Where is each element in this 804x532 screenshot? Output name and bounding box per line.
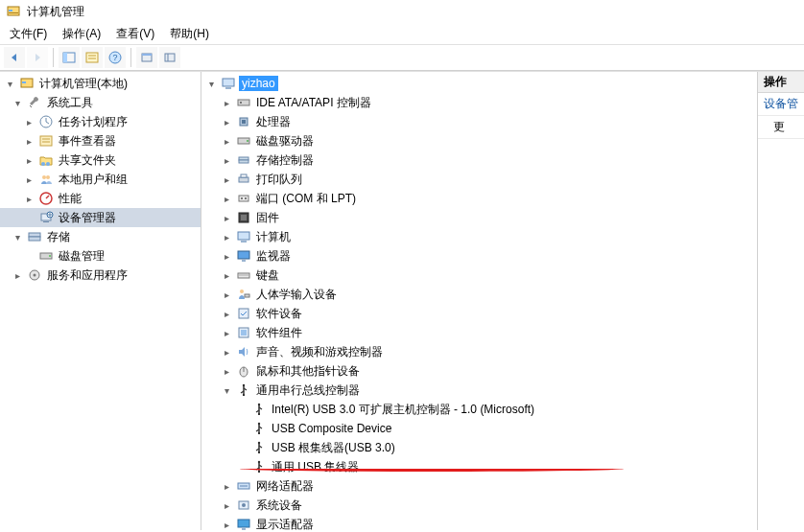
menu-action[interactable]: 操作(A) bbox=[55, 24, 108, 44]
device-software_components[interactable]: ▸软件组件 bbox=[201, 323, 757, 342]
menu-view[interactable]: 查看(V) bbox=[108, 24, 162, 44]
expander-icon[interactable]: ▸ bbox=[220, 500, 233, 511]
device-ide[interactable]: ▸IDE ATA/ATAPI 控制器 bbox=[201, 93, 757, 112]
expander-icon[interactable]: ▸ bbox=[22, 174, 35, 185]
device-monitors[interactable]: ▸监视器 bbox=[201, 246, 757, 266]
disk-icon bbox=[38, 248, 54, 264]
device-usb_intel[interactable]: ▸Intel(R) USB 3.0 可扩展主机控制器 - 1.0 (Micros… bbox=[201, 400, 757, 419]
view-devices-button[interactable] bbox=[136, 47, 157, 68]
menu-file[interactable]: 文件(F) bbox=[2, 24, 55, 44]
device-manager-icon bbox=[38, 210, 54, 225]
device-usb_ctrl[interactable]: ▾通用串行总线控制器 bbox=[201, 381, 757, 400]
expander-icon[interactable]: ▸ bbox=[220, 117, 233, 127]
device-ports[interactable]: ▸端口 (COM 和 LPT) bbox=[201, 189, 757, 208]
device-usb_root_hub[interactable]: ▸USB 根集线器(USB 3.0) bbox=[201, 438, 757, 457]
expander-icon[interactable]: ▸ bbox=[220, 520, 233, 530]
expander-icon[interactable]: ▾ bbox=[11, 98, 24, 108]
svg-rect-61 bbox=[241, 330, 247, 335]
svg-point-64 bbox=[243, 384, 245, 386]
tree-shared-folders[interactable]: ▸ 共享文件夹 bbox=[0, 150, 201, 170]
svg-rect-2 bbox=[9, 12, 18, 13]
expander-icon[interactable]: ▸ bbox=[22, 117, 35, 127]
tree-label: 通用 USB 集线器 bbox=[270, 458, 361, 476]
device-keyboards[interactable]: ▸键盘 bbox=[201, 266, 757, 285]
svg-rect-44 bbox=[239, 177, 248, 182]
expander-icon[interactable]: ▸ bbox=[220, 174, 233, 185]
expander-icon[interactable]: ▸ bbox=[11, 270, 24, 281]
services-icon bbox=[27, 267, 42, 283]
storage-icon bbox=[27, 229, 42, 244]
device-cpu[interactable]: ▸处理器 bbox=[201, 112, 757, 131]
svg-rect-67 bbox=[258, 413, 260, 415]
device-mouse[interactable]: ▸鼠标和其他指针设备 bbox=[201, 361, 757, 381]
expander-icon[interactable]: ▸ bbox=[220, 270, 233, 281]
tree-services-apps[interactable]: ▸ 服务和应用程序 bbox=[0, 266, 201, 285]
tree-label: IDE ATA/ATAPI 控制器 bbox=[254, 94, 373, 112]
device-disk_drives[interactable]: ▸磁盘驱动器 bbox=[201, 131, 757, 150]
expander-icon[interactable]: ▾ bbox=[220, 385, 233, 396]
properties2-button[interactable] bbox=[82, 47, 103, 68]
expander-icon[interactable]: ▸ bbox=[220, 309, 233, 319]
tree-root-computer-management[interactable]: ▾ 计算机管理(本地) bbox=[0, 74, 201, 93]
svg-point-47 bbox=[241, 197, 243, 199]
tree-local-users[interactable]: ▸ 本地用户和组 bbox=[0, 170, 201, 189]
expander-icon[interactable]: ▸ bbox=[220, 347, 233, 358]
usb-icon bbox=[251, 402, 267, 417]
expander-icon[interactable]: ▸ bbox=[220, 98, 233, 108]
expander-icon[interactable]: ▸ bbox=[220, 213, 233, 223]
svg-rect-45 bbox=[241, 174, 247, 177]
expander-icon[interactable]: ▾ bbox=[204, 79, 218, 89]
tree-device-manager[interactable]: ▸ 设备管理器 bbox=[0, 208, 201, 227]
device-display[interactable]: ▸显示适配器 bbox=[201, 515, 757, 530]
tree-label: 系统工具 bbox=[45, 94, 95, 112]
expander-icon[interactable]: ▾ bbox=[11, 232, 24, 243]
device-usb_hub[interactable]: ▸通用 USB 集线器 bbox=[201, 457, 757, 476]
show-hide-tree-button[interactable] bbox=[59, 47, 80, 68]
tree-label: 性能 bbox=[57, 190, 83, 208]
back-button[interactable] bbox=[4, 47, 25, 68]
svg-rect-73 bbox=[258, 471, 260, 473]
tree-event-viewer[interactable]: ▸ 事件查看器 bbox=[0, 131, 201, 150]
expander-icon[interactable]: ▸ bbox=[22, 136, 35, 147]
device-firmware[interactable]: ▸固件 bbox=[201, 208, 757, 227]
expander-icon[interactable]: ▸ bbox=[220, 366, 233, 377]
svg-rect-58 bbox=[245, 294, 249, 297]
device-root-computer[interactable]: ▾ yizhao bbox=[201, 74, 757, 93]
expander-icon[interactable]: ▸ bbox=[220, 289, 233, 300]
device-tree-pane: ▾ yizhao ▸IDE ATA/ATAPI 控制器▸处理器▸磁盘驱动器▸存储… bbox=[201, 72, 758, 530]
device-print_queues[interactable]: ▸打印队列 bbox=[201, 170, 757, 189]
device-system_devices[interactable]: ▸系统设备 bbox=[201, 496, 757, 515]
device-computer[interactable]: ▸计算机 bbox=[201, 227, 757, 246]
device-network[interactable]: ▸网络适配器 bbox=[201, 476, 757, 496]
device-hid[interactable]: ▸人体学输入设备 bbox=[201, 285, 757, 304]
expander-icon[interactable]: ▸ bbox=[220, 194, 233, 204]
actions-more-link[interactable]: 更 bbox=[758, 116, 804, 139]
tree-storage[interactable]: ▾ 存储 bbox=[0, 227, 201, 246]
expander-icon[interactable]: ▸ bbox=[220, 232, 233, 243]
menu-help[interactable]: 帮助(H) bbox=[162, 24, 217, 44]
storage-icon bbox=[236, 152, 251, 168]
expander-icon[interactable]: ▸ bbox=[220, 328, 233, 338]
expander-icon[interactable]: ▸ bbox=[22, 194, 35, 204]
help-button[interactable]: ? bbox=[105, 47, 126, 68]
expander-icon[interactable]: ▸ bbox=[22, 155, 35, 166]
tree-task-scheduler[interactable]: ▸ 任务计划程序 bbox=[0, 112, 201, 131]
tree-performance[interactable]: ▸ 性能 bbox=[0, 189, 201, 208]
expander-icon[interactable]: ▾ bbox=[3, 79, 16, 89]
svg-rect-12 bbox=[165, 54, 175, 61]
expander-icon[interactable]: ▸ bbox=[220, 155, 233, 166]
tree-disk-management[interactable]: ▸ 磁盘管理 bbox=[0, 246, 201, 266]
expander-icon[interactable]: ▸ bbox=[220, 251, 233, 262]
view-resources-button[interactable] bbox=[159, 47, 180, 68]
firmware-icon bbox=[236, 210, 251, 225]
device-software_devices[interactable]: ▸软件设备 bbox=[201, 304, 757, 323]
expander-icon[interactable]: ▸ bbox=[220, 136, 233, 147]
svg-rect-28 bbox=[29, 233, 40, 237]
device-usb_composite[interactable]: ▸USB Composite Device bbox=[201, 419, 757, 438]
device-sound[interactable]: ▸声音、视频和游戏控制器 bbox=[201, 342, 757, 361]
device-storage_ctrl[interactable]: ▸存储控制器 bbox=[201, 150, 757, 170]
tree-system-tools[interactable]: ▾ 系统工具 bbox=[0, 93, 201, 112]
forward-button[interactable] bbox=[27, 47, 48, 68]
actions-section[interactable]: 设备管 bbox=[758, 93, 804, 116]
expander-icon[interactable]: ▸ bbox=[220, 481, 233, 492]
